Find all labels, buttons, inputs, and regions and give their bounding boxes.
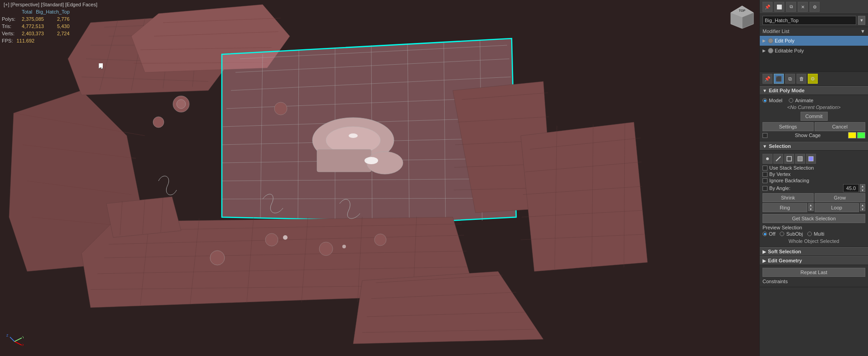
grow-button[interactable]: Grow xyxy=(815,193,866,202)
settings-button[interactable]: Settings xyxy=(762,122,814,131)
show-all-button[interactable]: ⬜ xyxy=(774,2,784,12)
svg-text:X: X xyxy=(22,343,24,347)
settings-cancel-row: Settings Cancel xyxy=(762,122,865,131)
show-cage-colors xyxy=(848,132,865,138)
repeat-last-button[interactable]: Repeat Last xyxy=(762,268,865,277)
modifier-editable-poly[interactable]: ▶ Editable Poly xyxy=(760,46,868,56)
model-radio[interactable] xyxy=(762,98,767,103)
modifier-stack: ▶ Edit Poly ▶ Editable Poly xyxy=(760,36,868,72)
loop-button[interactable]: Loop xyxy=(815,203,859,212)
preview-subobj-radio[interactable] xyxy=(780,232,784,236)
object-name-row: ▼ xyxy=(760,14,868,27)
svg-point-102 xyxy=(766,157,769,160)
modifier-visibility[interactable] xyxy=(768,38,773,43)
modifier-edit-poly-label: Edit Poly xyxy=(775,38,794,43)
soft-selection-header[interactable]: ▶ Soft Selection xyxy=(760,247,868,256)
ring-loop-row: Ring ▲ ▼ Loop ▲ ▼ xyxy=(762,203,865,212)
by-angle-checkbox[interactable] xyxy=(762,186,767,191)
ring-down[interactable]: ▼ xyxy=(808,207,814,211)
axis-indicator: X Y Z xyxy=(5,332,24,351)
ring-up[interactable]: ▲ xyxy=(808,203,814,207)
loop-down[interactable]: ▼ xyxy=(860,207,865,211)
viewport-stats: Total Big_Hatch_Top Polys: 2,375,085 2,7… xyxy=(2,8,70,44)
svg-text:TOP: TOP xyxy=(739,9,746,12)
by-vertex-checkbox[interactable] xyxy=(762,172,767,177)
element-button[interactable] xyxy=(806,154,816,164)
svg-text:Z: Z xyxy=(6,334,9,337)
selection-header[interactable]: ▼ Selection xyxy=(760,142,868,151)
modifier-expand-arrow: ▶ xyxy=(762,38,768,43)
sub-object-row xyxy=(762,154,865,164)
modifier-edit-poly[interactable]: ▶ Edit Poly xyxy=(760,36,868,46)
ring-button[interactable]: Ring xyxy=(762,203,807,212)
modifier-unique-icon[interactable]: ⧉ xyxy=(785,74,795,84)
configure-button[interactable]: ⚙ xyxy=(810,2,820,12)
commit-button[interactable]: Commit xyxy=(801,112,828,121)
modifier-delete-icon[interactable]: 🗑 xyxy=(796,74,806,84)
svg-text:Y: Y xyxy=(22,336,24,339)
right-panel: 📌 ⬜ ⧉ ✕ ⚙ ▼ Modifier List ▼ ▶ Edit Poly … xyxy=(759,0,868,356)
selection-arrow: ▼ xyxy=(762,144,767,149)
vertex-button[interactable] xyxy=(762,154,772,164)
cage-color-yellow[interactable] xyxy=(848,132,856,138)
edge-button[interactable] xyxy=(773,154,783,164)
nav-cube[interactable]: TOP xyxy=(729,4,756,31)
by-angle-row: By Angle: ▲ ▼ xyxy=(762,184,865,192)
edit-poly-mode-arrow: ▼ xyxy=(762,88,767,93)
object-name-input[interactable] xyxy=(762,16,856,25)
viewport[interactable]: [+] [Perspective] [Standard] [Edged Face… xyxy=(0,0,759,356)
svg-line-95 xyxy=(10,337,14,342)
svg-rect-105 xyxy=(798,157,802,161)
by-angle-value-group: ▲ ▼ xyxy=(843,184,865,192)
modifier-expand-arrow-2: ▶ xyxy=(762,48,768,53)
border-button[interactable] xyxy=(784,154,794,164)
soft-selection-arrow: ▶ xyxy=(762,249,766,254)
by-angle-input[interactable] xyxy=(843,184,859,192)
by-vertex-row: By Vertex xyxy=(762,171,865,177)
svg-line-103 xyxy=(776,157,781,161)
by-angle-down[interactable]: ▼ xyxy=(860,188,865,192)
cancel-button[interactable]: Cancel xyxy=(815,122,866,131)
loop-up[interactable]: ▲ xyxy=(860,203,865,207)
shrink-button[interactable]: Shrink xyxy=(762,193,814,202)
use-stack-checkbox[interactable] xyxy=(762,166,767,171)
edit-poly-mode-header[interactable]: ▼ Edit Poly Mode xyxy=(760,86,868,95)
pin-button[interactable]: 📌 xyxy=(762,2,772,12)
by-angle-up[interactable]: ▲ xyxy=(860,184,865,188)
whole-object-selected: Whole Object Selected xyxy=(762,237,865,245)
modifier-pin-icon[interactable]: 📌 xyxy=(762,74,772,84)
edit-geometry-content: Repeat Last Constraints xyxy=(760,265,868,287)
modifier-icons-row: 📌 ⬛ ⧉ 🗑 ⚙ xyxy=(760,72,868,86)
polygon-button[interactable] xyxy=(795,154,805,164)
ignore-backfacing-checkbox[interactable] xyxy=(762,178,767,183)
model-animate-group: Model Animate xyxy=(762,98,865,103)
modifier-show-icon[interactable]: ⬛ xyxy=(774,74,784,84)
modifier-editable-poly-label: Editable Poly xyxy=(775,48,804,53)
animate-radio[interactable] xyxy=(789,98,793,103)
unique-button[interactable]: ⧉ xyxy=(786,2,796,12)
edit-geometry-arrow: ▶ xyxy=(762,258,766,263)
preview-selection-row: Preview Selection xyxy=(762,225,865,230)
cage-color-green[interactable] xyxy=(857,132,865,138)
no-current-op: <No Current Operation> xyxy=(762,104,865,110)
svg-rect-106 xyxy=(809,157,813,161)
modifier-visibility-2[interactable] xyxy=(768,48,773,53)
shrink-grow-row: Shrink Grow xyxy=(762,193,865,202)
svg-line-91 xyxy=(14,342,22,345)
scene-background xyxy=(0,0,759,356)
preview-off-radio[interactable] xyxy=(762,232,767,236)
modifier-config-icon[interactable]: ⚙ xyxy=(808,74,818,84)
modifier-list-label: Modifier List ▼ xyxy=(760,27,868,36)
selection-content: Use Stack Selection By Vertex Ignore Bac… xyxy=(760,151,868,247)
show-cage-row: Show Cage xyxy=(762,132,865,138)
delete-modifier-button[interactable]: ✕ xyxy=(798,2,808,12)
object-name-dropdown[interactable]: ▼ xyxy=(858,16,865,25)
preview-radio-group: Off SubObj Multi xyxy=(762,231,865,237)
get-stack-button[interactable]: Get Stack Selection xyxy=(762,214,865,223)
cursor xyxy=(99,63,101,66)
edit-geometry-header[interactable]: ▶ Edit Geometry xyxy=(760,256,868,265)
preview-multi-radio[interactable] xyxy=(807,232,812,236)
show-cage-checkbox[interactable] xyxy=(762,133,767,138)
use-stack-row: Use Stack Selection xyxy=(762,165,865,171)
modifier-list-arrow[interactable]: ▼ xyxy=(860,28,865,34)
